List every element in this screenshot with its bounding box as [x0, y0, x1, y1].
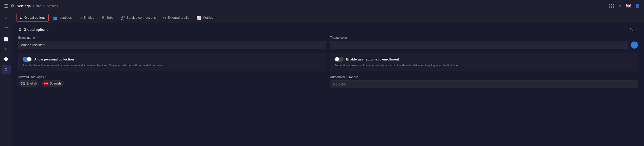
breadcrumb-separator: > — [43, 4, 45, 8]
personal-collection-header: Allow personal collection — [23, 57, 322, 62]
tab-jobs-label: Jobs — [106, 16, 113, 19]
tab-external-profile-label: External profile — [168, 16, 190, 19]
auto-enrollment-desc: Authenticated users will be automaticall… — [334, 63, 634, 68]
tab-global-options-label: Global options — [24, 16, 45, 19]
section-title-text: Global options — [24, 28, 48, 32]
topbar: ☰ ⚙ Settings Home > Settings ☀ 🇬🇧 👤 — [0, 0, 644, 12]
tab-metrics-label: Metrics — [202, 16, 213, 19]
personal-collection-card: Allow personal collection Enables the op… — [18, 53, 326, 71]
auto-enrollment-knob — [335, 57, 339, 61]
main-layout: ⌂ ☰ 📄 ✎ 💬 ⚙ ⚙ Global options 👥 Identitie… — [0, 12, 644, 146]
tab-entities[interactable]: ◻ Entities — [76, 14, 97, 21]
tab-external-profile[interactable]: ⊙ External profile — [160, 14, 193, 21]
theme-color-label: Theme color * — [330, 36, 638, 39]
tab-identities[interactable]: 👥 Identities — [50, 14, 75, 21]
user-icon[interactable]: 👤 — [635, 4, 640, 8]
section-header: ⚙ Global options ✎ ∧ — [18, 27, 638, 32]
edit-icon[interactable]: ✎ — [630, 27, 633, 32]
tab-service-connections[interactable]: 🔗 Service connections — [117, 14, 159, 21]
nav-tabs: ⚙ Global options 👥 Identities ◻ Entities… — [12, 12, 644, 23]
top-form-grid: Brand name * Ainhoa Assistant Theme colo… — [18, 36, 638, 49]
allowed-languages-field: Allowed languages * 🇬🇧 English 🇪🇸 Spanis… — [18, 75, 326, 88]
english-flag-icon: 🇬🇧 — [21, 81, 25, 86]
allowed-languages-required: * — [45, 75, 46, 79]
language-flag-icon[interactable]: 🇬🇧 — [626, 4, 631, 8]
sidebar-item-edit[interactable]: ✎ — [2, 45, 11, 54]
brand-name-field: Brand name * Ainhoa Assistant — [18, 36, 326, 49]
sidebar-item-home[interactable]: ⌂ — [2, 14, 11, 23]
theme-color-field: Theme color * default — [330, 36, 638, 49]
color-dot[interactable] — [631, 41, 638, 49]
page-content: ⚙ Global options ✎ ∧ Brand name * Ainhoa… — [12, 23, 644, 146]
auto-enrollment-slider — [334, 57, 344, 62]
topbar-left: ☰ ⚙ Settings Home > Settings — [4, 3, 58, 9]
sidebar-item-settings[interactable]: ⚙ — [2, 65, 11, 74]
tab-metrics[interactable]: 📊 Metrics — [193, 14, 216, 21]
theme-color-input[interactable]: default — [330, 41, 628, 49]
personal-collection-toggle[interactable] — [23, 57, 32, 62]
spanish-flag-icon: 🇪🇸 — [44, 81, 48, 86]
tab-service-connections-label: Service connections — [126, 16, 156, 19]
collapse-icon[interactable]: ∧ — [635, 27, 638, 32]
topbar-right: ☀ 🇬🇧 👤 — [609, 4, 640, 8]
breadcrumb-home[interactable]: Home — [33, 4, 41, 8]
spanish-label: Spanish — [50, 82, 61, 85]
tab-global-options[interactable]: ⚙ Global options — [16, 14, 49, 22]
brand-name-required: * — [36, 36, 38, 39]
personal-collection-desc: Enables the option for users to create p… — [23, 63, 322, 68]
theme-toggle-icon[interactable]: ☀ — [618, 4, 622, 8]
global-options-tab-icon: ⚙ — [20, 16, 23, 20]
metrics-tab-icon: 📊 — [196, 16, 201, 20]
grid-icon[interactable] — [609, 4, 614, 8]
section-actions: ✎ ∧ — [630, 27, 638, 32]
authorized-ip-field: Authorized IP ranges — [330, 75, 638, 88]
identities-tab-icon: 👥 — [53, 16, 57, 20]
breadcrumb-current: Settings — [47, 4, 58, 8]
entities-tab-icon: ◻ — [79, 16, 82, 20]
sidebar-item-document[interactable]: 📄 — [2, 34, 11, 44]
lang-chip-english[interactable]: 🇬🇧 English — [18, 80, 39, 87]
allowed-languages-label: Allowed languages * — [18, 75, 326, 79]
theme-color-row: default — [330, 41, 638, 49]
tab-identities-label: Identities — [59, 16, 72, 19]
lang-chip-spanish[interactable]: 🇪🇸 Spanish — [41, 80, 63, 87]
personal-collection-slider — [23, 57, 32, 62]
sidebar-item-chat[interactable]: 💬 — [2, 55, 11, 64]
bottom-grid: Allowed languages * 🇬🇧 English 🇪🇸 Spanis… — [18, 75, 638, 88]
jobs-tab-icon: 🖥 — [101, 16, 105, 20]
auto-enrollment-card: Enable user automatic enrollment Authent… — [330, 53, 638, 71]
tab-jobs[interactable]: 🖥 Jobs — [98, 14, 116, 21]
personal-collection-title: Allow personal collection — [34, 57, 74, 61]
section-gear-icon: ⚙ — [18, 28, 22, 32]
english-label: English — [27, 82, 37, 85]
settings-gear-icon: ⚙ — [11, 4, 14, 8]
auto-enrollment-toggle[interactable] — [334, 57, 344, 62]
language-chips: 🇬🇧 English 🇪🇸 Spanish — [18, 80, 326, 87]
sidebar-item-menu[interactable]: ☰ — [2, 24, 11, 33]
service-connections-tab-icon: 🔗 — [120, 16, 125, 20]
auto-enrollment-title: Enable user automatic enrollment — [346, 57, 399, 61]
content-area: ⚙ Global options 👥 Identities ◻ Entities… — [12, 12, 644, 146]
theme-color-required: * — [348, 36, 350, 39]
auto-enrollment-header: Enable user automatic enrollment — [334, 57, 634, 62]
external-profile-tab-icon: ⊙ — [163, 16, 166, 20]
authorized-ip-label: Authorized IP ranges — [330, 75, 638, 79]
tab-entities-label: Entities — [83, 16, 94, 19]
sidebar: ⌂ ☰ 📄 ✎ 💬 ⚙ — [0, 12, 12, 146]
section-title: ⚙ Global options — [18, 28, 48, 32]
hamburger-icon[interactable]: ☰ — [4, 3, 8, 9]
toggle-cards: Allow personal collection Enables the op… — [18, 53, 638, 71]
breadcrumb: Home > Settings — [33, 4, 58, 8]
brand-name-label: Brand name * — [18, 36, 326, 39]
brand-name-input[interactable]: Ainhoa Assistant — [18, 41, 326, 49]
topbar-title: Settings — [17, 4, 31, 8]
personal-collection-knob — [27, 57, 31, 61]
authorized-ip-input[interactable] — [330, 80, 638, 88]
